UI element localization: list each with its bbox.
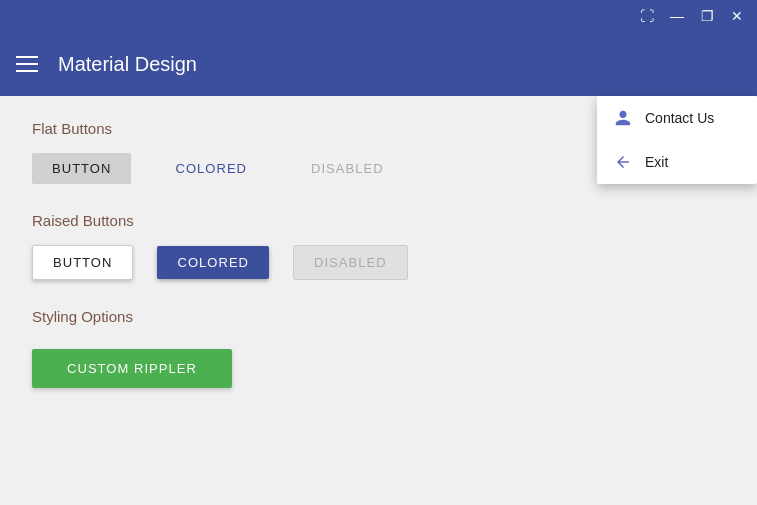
flat-button-colored[interactable]: COLORED — [155, 153, 267, 184]
flat-button-default[interactable]: BUTTON — [32, 153, 131, 184]
raised-buttons-label: Raised Buttons — [32, 212, 725, 229]
hamburger-menu-button[interactable] — [16, 56, 38, 72]
exit-icon — [613, 152, 633, 172]
raised-button-colored[interactable]: COLORED — [157, 246, 269, 279]
raised-buttons-row: BUTTON COLORED DISABLED — [32, 245, 725, 280]
restore-button[interactable]: ❐ — [695, 4, 719, 28]
app-title: Material Design — [58, 53, 197, 76]
maximize-button[interactable]: ⛶ — [635, 4, 659, 28]
styling-options-section: Styling Options CUSTOM RIPPLER — [32, 308, 725, 388]
styling-options-label: Styling Options — [32, 308, 725, 325]
contact-us-label: Contact Us — [645, 110, 714, 126]
flat-button-disabled: DISABLED — [291, 153, 404, 184]
exit-menu-item[interactable]: Exit — [597, 140, 757, 184]
raised-button-disabled: DISABLED — [293, 245, 408, 280]
window-controls: ⛶ — ❐ ✕ — [635, 4, 749, 28]
styling-options-row: CUSTOM RIPPLER — [32, 341, 725, 388]
exit-label: Exit — [645, 154, 668, 170]
dropdown-menu: Contact Us Exit — [597, 96, 757, 184]
custom-rippler-button[interactable]: CUSTOM RIPPLER — [32, 349, 232, 388]
minimize-button[interactable]: — — [665, 4, 689, 28]
raised-buttons-section: Raised Buttons BUTTON COLORED DISABLED — [32, 212, 725, 280]
contact-us-menu-item[interactable]: Contact Us — [597, 96, 757, 140]
title-bar: ⛶ — ❐ ✕ — [0, 0, 757, 32]
raised-button-default[interactable]: BUTTON — [32, 245, 133, 280]
close-button[interactable]: ✕ — [725, 4, 749, 28]
app-bar: Material Design Contact Us Exit — [0, 32, 757, 96]
person-icon — [613, 108, 633, 128]
